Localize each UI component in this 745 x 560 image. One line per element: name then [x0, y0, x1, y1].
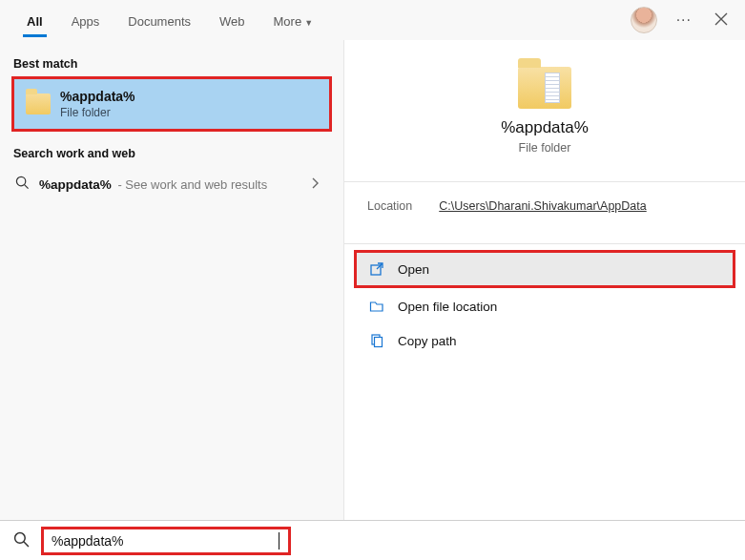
- web-result-query: %appdata%: [39, 177, 112, 192]
- folder-icon: [26, 93, 51, 114]
- preview-title: %appdata%: [344, 118, 745, 137]
- tab-web[interactable]: Web: [206, 5, 259, 36]
- web-result-row[interactable]: %appdata% - See work and web results: [0, 166, 343, 202]
- folder-large-icon: [518, 67, 571, 109]
- action-copy-path[interactable]: Copy path: [356, 323, 734, 358]
- user-avatar[interactable]: [631, 7, 657, 33]
- svg-line-1: [25, 185, 29, 189]
- header-bar: All Apps Documents Web More▼ ···: [0, 0, 745, 40]
- copy-icon: [369, 333, 384, 348]
- preview-header: %appdata% File folder: [344, 40, 745, 168]
- open-icon: [369, 261, 384, 277]
- action-open[interactable]: Open: [356, 252, 734, 286]
- left-pane: Best match %appdata% File folder Search …: [0, 40, 343, 520]
- svg-point-5: [15, 532, 26, 543]
- search-bar: [0, 520, 745, 560]
- best-match-result[interactable]: %appdata% File folder: [11, 76, 332, 132]
- location-row: Location C:\Users\Dharani.Shivakumar\App…: [344, 182, 745, 230]
- tab-more[interactable]: More▼: [260, 5, 327, 36]
- preview-subtitle: File folder: [344, 141, 745, 155]
- action-copy-path-label: Copy path: [398, 334, 457, 348]
- best-match-text: %appdata% File folder: [60, 89, 135, 119]
- web-heading: Search work and web: [0, 141, 343, 166]
- overflow-menu-icon[interactable]: ···: [676, 11, 692, 29]
- tab-apps[interactable]: Apps: [58, 5, 114, 36]
- svg-line-6: [24, 541, 29, 546]
- tab-all[interactable]: All: [13, 5, 56, 36]
- best-match-title: %appdata%: [60, 89, 135, 104]
- close-icon: [714, 12, 728, 26]
- search-icon: [15, 176, 30, 193]
- chevron-right-icon: [311, 177, 328, 192]
- chevron-down-icon: ▼: [304, 18, 313, 28]
- best-match-heading: Best match: [0, 52, 343, 76]
- location-path[interactable]: C:\Users\Dharani.Shivakumar\AppData: [439, 199, 646, 213]
- header-right: ···: [631, 7, 732, 33]
- text-cursor: [279, 532, 279, 550]
- tab-more-label: More: [274, 14, 302, 29]
- action-open-label: Open: [398, 262, 429, 277]
- folder-open-icon: [369, 299, 384, 314]
- filter-tabs: All Apps Documents Web More▼: [13, 5, 326, 36]
- web-result-hint: - See work and web results: [117, 177, 267, 192]
- best-match-subtitle: File folder: [60, 106, 135, 119]
- close-button[interactable]: [711, 9, 732, 32]
- search-input[interactable]: [52, 533, 280, 549]
- search-icon: [13, 531, 30, 550]
- location-label: Location: [367, 199, 412, 213]
- svg-point-0: [16, 176, 25, 185]
- tab-documents[interactable]: Documents: [114, 5, 204, 36]
- actions-list: Open Open file location Copy path: [344, 244, 745, 358]
- action-open-file-location[interactable]: Open file location: [356, 289, 734, 323]
- search-input-wrap[interactable]: [41, 527, 291, 555]
- svg-rect-4: [375, 338, 383, 347]
- preview-pane: %appdata% File folder Location C:\Users\…: [343, 40, 745, 520]
- results-body: Best match %appdata% File folder Search …: [0, 40, 745, 520]
- action-open-file-location-label: Open file location: [398, 300, 497, 314]
